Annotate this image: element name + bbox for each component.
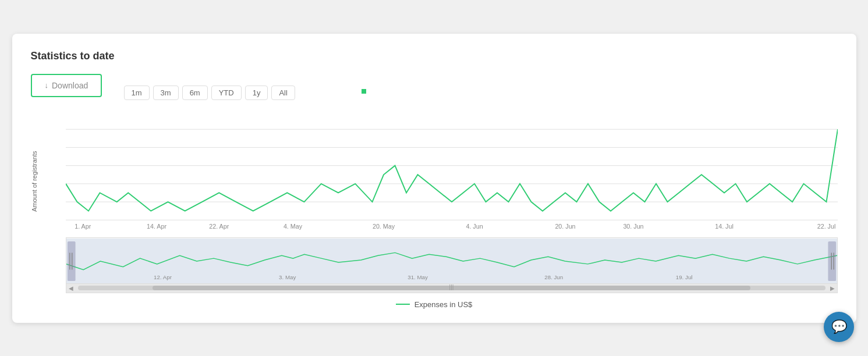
main-chart-container: Amount of registrants 0 2 4 6 8 10 (31, 128, 838, 235)
filter-ytd[interactable]: YTD (211, 86, 242, 100)
filter-6m[interactable]: 6m (182, 86, 208, 100)
main-chart-svg: 0 2 4 6 8 10 1. Apr 14. Apr 22. Apr 4. M… (66, 128, 838, 233)
chart-legend: Expenses in US$ (31, 300, 838, 309)
svg-text:4. May: 4. May (283, 222, 302, 229)
scrollbar-track: ||| (78, 286, 826, 290)
main-chart-line (66, 129, 838, 211)
svg-text:20. Jun: 20. Jun (555, 222, 575, 229)
mini-chart-svg: 12. Apr 3. May 31. May 28. Jun 19. Jul (66, 238, 837, 284)
chat-button[interactable]: 💬 (824, 312, 854, 342)
svg-rect-22 (66, 238, 837, 284)
svg-text:28. Jun: 28. Jun (544, 274, 563, 280)
svg-text:30. Jun: 30. Jun (623, 222, 643, 229)
filter-all[interactable]: All (271, 86, 295, 100)
svg-text:1. Apr: 1. Apr (75, 222, 91, 229)
legend-label: Expenses in US$ (414, 300, 473, 309)
card-title: Statistics to date (31, 50, 838, 62)
mini-chart: 12. Apr 3. May 31. May 28. Jun 19. Jul (66, 237, 838, 284)
svg-text:3. May: 3. May (279, 274, 296, 280)
scroll-left-arrow[interactable]: ◀ (66, 285, 76, 291)
svg-text:4. Jun: 4. Jun (466, 222, 483, 229)
svg-text:22. Jul: 22. Jul (817, 222, 835, 229)
download-button[interactable]: ↓ Download (31, 74, 102, 97)
statistics-card: Statistics to date ↓ Download 1m 3m 6m Y… (12, 34, 856, 323)
svg-text:19. Jul: 19. Jul (675, 274, 692, 280)
svg-text:14. Jul: 14. Jul (715, 222, 734, 229)
legend-line-symbol (396, 304, 410, 305)
scrollbar-center-handle: ||| (449, 284, 454, 290)
svg-text:31. May: 31. May (408, 274, 428, 280)
download-label: Download (52, 81, 88, 90)
filter-3m[interactable]: 3m (153, 86, 179, 100)
mini-chart-wrapper: 12. Apr 3. May 31. May 28. Jun 19. Jul ◀… (66, 237, 838, 293)
download-icon: ↓ (45, 81, 49, 90)
svg-text:20. May: 20. May (372, 222, 395, 229)
svg-text:14. Apr: 14. Apr (147, 222, 166, 229)
svg-rect-26 (828, 241, 836, 280)
chat-icon: 💬 (831, 319, 847, 334)
svg-text:22. Apr: 22. Apr (209, 222, 229, 229)
y-axis-label: Amount of registrants (31, 128, 66, 235)
scroll-right-arrow[interactable]: ▶ (828, 285, 837, 291)
filter-1y[interactable]: 1y (245, 86, 268, 100)
time-filter-group: 1m 3m 6m YTD 1y All (124, 86, 838, 100)
svg-text:12. Apr: 12. Apr (154, 274, 172, 280)
filter-1m[interactable]: 1m (124, 86, 150, 100)
mini-chart-scrollbar[interactable]: ◀ ||| ▶ (66, 284, 838, 293)
svg-rect-23 (67, 241, 75, 280)
